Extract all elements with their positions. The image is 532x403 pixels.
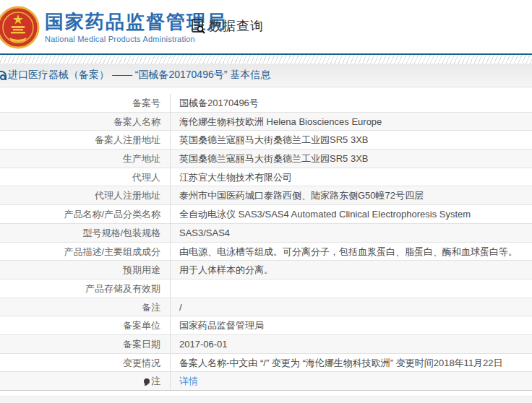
footer-strip bbox=[0, 396, 532, 403]
info-table: 备案号国械备20170496号备案人名称海伦娜生物科技欧洲 Helena Bio… bbox=[0, 94, 532, 391]
table-row: 注详情 bbox=[0, 372, 532, 391]
row-value: 国家药品监督管理局 bbox=[171, 316, 532, 334]
row-value: SAS3/SAS4 bbox=[171, 224, 532, 242]
row-value: / bbox=[171, 298, 532, 316]
breadcrumb-clipped-icon bbox=[0, 71, 7, 80]
table-row: 代理人注册地址泰州市中国医药城口泰路西侧、陆家路东侧G50幢72号四层 bbox=[0, 186, 532, 205]
spacer bbox=[0, 87, 532, 94]
table-row: 产品描述/主要组成成分由电源、电泳槽等组成。可分离分子，包括血浆蛋白、脂蛋白、酶… bbox=[0, 243, 532, 261]
table-row: 变更情况备案人名称-中文由 “/” 变更为 “海伦娜生物科技欧洲” 变更时间20… bbox=[0, 354, 532, 373]
detail-link[interactable]: 详情 bbox=[179, 376, 198, 386]
table-row: 备案单位国家药品监督管理局 bbox=[0, 316, 532, 335]
table-row: 产品名称/产品分类名称全自动电泳仪 SAS3/SAS4 Automated Cl… bbox=[0, 205, 532, 224]
org-name-en: National Medical Products Administration bbox=[45, 35, 227, 43]
row-value: 备案人名称-中文由 “/” 变更为 “海伦娜生物科技欧洲” 变更时间2018年1… bbox=[171, 354, 532, 372]
row-value: 全自动电泳仪 SAS3/SAS4 Automated Clinical Elec… bbox=[171, 205, 532, 223]
table-row: 备案号国械备20170496号 bbox=[0, 94, 532, 113]
row-value: 泰州市中国医药城口泰路西侧、陆家路东侧G50幢72号四层 bbox=[171, 186, 532, 204]
site-header: 国家药品监督管理局 National Medical Products Admi… bbox=[0, 0, 532, 55]
row-label: 变更情况 bbox=[0, 354, 171, 372]
row-value: 江苏宜大生物技术有限公司 bbox=[171, 168, 532, 186]
row-value: 由电源、电泳槽等组成。可分离分子，包括血浆蛋白、脂蛋白、酶和血球蛋白等。 bbox=[171, 243, 532, 261]
row-label: 产品描述/主要组成成分 bbox=[0, 243, 171, 261]
data-query[interactable]: 数据查询 bbox=[190, 17, 264, 35]
table-row: 生产地址英国桑德兰寇丽马大街桑德兰工业园SR5 3XB bbox=[0, 150, 532, 168]
table-row: 型号规格/包装规格SAS3/SAS4 bbox=[0, 224, 532, 243]
row-value: 2017-06-01 bbox=[171, 335, 532, 353]
row-value bbox=[171, 280, 532, 298]
table-row: 备注/ bbox=[0, 298, 532, 317]
row-label: 备案日期 bbox=[0, 335, 171, 353]
row-value: 国械备20170496号 bbox=[171, 94, 532, 112]
row-label: 产品名称/产品分类名称 bbox=[0, 205, 171, 223]
table-row: 预期用途用于人体样本的分离。 bbox=[0, 261, 532, 280]
row-label: 型号规格/包装规格 bbox=[0, 224, 171, 242]
table-row: 备案人注册地址英国桑德兰寇丽马大街桑德兰工业园SR5 3XB bbox=[0, 131, 532, 150]
hatch-divider bbox=[0, 55, 532, 64]
row-value: 英国桑德兰寇丽马大街桑德兰工业园SR5 3XB bbox=[171, 150, 532, 168]
row-label: 备注 bbox=[0, 298, 171, 316]
row-label: 生产地址 bbox=[0, 150, 171, 168]
pin-icon bbox=[144, 378, 150, 384]
row-value: 详情 bbox=[171, 372, 532, 390]
row-label: 备案号 bbox=[0, 94, 171, 112]
row-value: 用于人体样本的分离。 bbox=[171, 261, 532, 279]
row-label: 备案人注册地址 bbox=[0, 131, 171, 149]
national-emblem-logo bbox=[0, 6, 40, 49]
row-label: 备案单位 bbox=[0, 316, 171, 334]
row-label: 产品存储及有效期 bbox=[0, 280, 171, 298]
row-value: 海伦娜生物科技欧洲 Helena Biosciences Europe bbox=[171, 113, 532, 131]
row-label: 代理人 bbox=[0, 168, 171, 186]
breadcrumb-bar: 进口医疗器械（备案） —— “国械备20170496号” 基本信息 bbox=[0, 64, 532, 87]
row-label: 预期用途 bbox=[0, 261, 171, 279]
table-row: 产品存储及有效期 bbox=[0, 280, 532, 298]
document-search-icon bbox=[190, 18, 206, 34]
row-value: 英国桑德兰寇丽马大街桑德兰工业园SR5 3XB bbox=[171, 131, 532, 149]
breadcrumb-text: 进口医疗器械（备案） —— “国械备20170496号” 基本信息 bbox=[8, 69, 270, 82]
table-row: 备案人名称海伦娜生物科技欧洲 Helena Biosciences Europe bbox=[0, 113, 532, 131]
table-row: 备案日期2017-06-01 bbox=[0, 335, 532, 354]
table-row: 代理人江苏宜大生物技术有限公司 bbox=[0, 168, 532, 187]
data-query-label: 数据查询 bbox=[209, 17, 264, 35]
breadcrumb: 进口医疗器械（备案） —— “国械备20170496号” 基本信息 bbox=[0, 69, 270, 82]
row-label: 代理人注册地址 bbox=[0, 186, 171, 204]
row-label: 注 bbox=[0, 372, 171, 390]
row-label: 备案人名称 bbox=[0, 113, 171, 131]
